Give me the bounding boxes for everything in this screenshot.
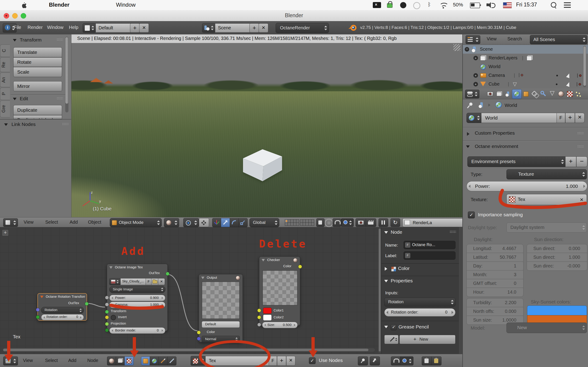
outliner-row-cube[interactable]: + Cube | ▽ xyxy=(463,80,588,89)
tab-render-layers[interactable] xyxy=(494,90,503,98)
tab-scene[interactable] xyxy=(503,90,512,98)
socket-rotation-in[interactable] xyxy=(36,308,40,312)
transform-drag-dots[interactable] xyxy=(57,39,63,41)
properties-panel-title[interactable]: Properties xyxy=(391,278,413,284)
node-image-tex[interactable]: Octane Image Tex OutTex Sky_Cloudy_... F… xyxy=(107,264,168,331)
world-browse-button[interactable] xyxy=(467,113,482,123)
hour-field[interactable]: Hour:14.0 xyxy=(467,288,523,297)
size-field[interactable]: Size:0.500 xyxy=(262,322,298,328)
render-opengl-button[interactable] xyxy=(355,218,366,227)
selectable-cursor-icon[interactable] xyxy=(566,73,571,78)
node-collapse-icon[interactable] xyxy=(40,296,43,298)
link-nodes-panel-title[interactable]: Link Nodes xyxy=(11,122,36,127)
tab-object[interactable] xyxy=(522,90,530,98)
tab-world[interactable] xyxy=(512,89,522,99)
month-field[interactable]: Month:3 xyxy=(467,270,523,279)
scene-browse[interactable] xyxy=(202,23,216,33)
scene-name[interactable]: Scene xyxy=(215,23,250,33)
collapse-icon[interactable]: − xyxy=(465,47,469,52)
transform-panel-title[interactable]: Transform xyxy=(20,37,42,43)
node-panel-collapse-icon[interactable] xyxy=(384,231,388,234)
outliner-row-camera[interactable]: + Camera | xyxy=(463,71,588,80)
timemachine-icon[interactable] xyxy=(413,2,420,9)
tree-type-texture-button[interactable] xyxy=(124,357,134,365)
default-button[interactable]: Default xyxy=(202,321,240,328)
snap-element-button[interactable] xyxy=(341,218,354,227)
sun-direction-y-field[interactable]: Sun direct:1.000 xyxy=(527,253,587,262)
socket-size[interactable] xyxy=(257,323,261,327)
custom-props-drag-dots[interactable] xyxy=(578,132,584,134)
environment-presets-select[interactable]: Environment presets xyxy=(467,156,566,167)
edit-collapse-icon[interactable] xyxy=(13,98,17,100)
model-select[interactable]: New xyxy=(506,323,587,333)
power-slider[interactable]: Power:1.000 xyxy=(467,181,587,191)
pin-icon[interactable] xyxy=(467,102,473,109)
octane-env-drag-dots[interactable] xyxy=(578,145,584,148)
node-editor-type-button[interactable] xyxy=(3,357,18,365)
viewport-menu-select[interactable]: Select xyxy=(45,219,58,225)
texture-type-brush-button[interactable] xyxy=(158,357,168,365)
go-parent-tree-button[interactable] xyxy=(370,357,380,365)
screen-layout-browse[interactable] xyxy=(83,23,96,33)
npanel-rotation-dropdown[interactable]: Rotation xyxy=(384,298,456,307)
node-menu-add[interactable]: Add xyxy=(68,358,77,363)
node-menu-select[interactable]: Select xyxy=(45,358,58,363)
expand-icon[interactable]: + xyxy=(473,82,478,86)
manip-translate-axes-button[interactable] xyxy=(212,218,221,227)
world-add-button[interactable]: + xyxy=(565,113,575,123)
render-layer-select[interactable]: RenderLa xyxy=(402,218,463,227)
outliner-filter-select[interactable]: All Scenes xyxy=(530,35,587,44)
lock-icon[interactable] xyxy=(387,3,393,8)
border-mode-field[interactable]: Border mode:0 xyxy=(109,327,165,334)
node-canvas-vscrollbar[interactable] xyxy=(378,228,381,353)
node-output[interactable]: Output Default Color Normal xyxy=(199,274,243,342)
translate-button[interactable]: Translate xyxy=(13,47,62,57)
grease-new-button[interactable]: +New xyxy=(399,335,456,344)
outliner-scrollbar[interactable] xyxy=(583,46,586,87)
menu-file[interactable]: File xyxy=(14,25,21,30)
preset-remove-button[interactable]: − xyxy=(576,156,587,167)
snap-toggle-button[interactable] xyxy=(391,357,401,365)
shelf-tab-relations[interactable]: Re xyxy=(0,57,10,72)
link-nodes-collapse-icon[interactable] xyxy=(4,123,8,126)
npanel-rotation-order[interactable]: Rotation order:0 xyxy=(384,308,456,317)
copy-nodes-button[interactable] xyxy=(422,357,432,365)
node-collapse-icon[interactable] xyxy=(201,277,204,279)
socket-projection[interactable] xyxy=(105,322,109,326)
octane-environment-title[interactable]: Octane environment xyxy=(475,144,518,149)
grease-panel-collapse-icon[interactable] xyxy=(384,326,388,328)
material-preview-icon[interactable] xyxy=(236,276,240,280)
texture-browse-button[interactable] xyxy=(191,356,206,366)
color-panel-collapse-icon[interactable] xyxy=(385,267,387,271)
snap-toggle-button[interactable] xyxy=(333,218,341,227)
manipulator-toggle[interactable] xyxy=(199,218,209,227)
layers-grid-2[interactable] xyxy=(300,219,314,226)
orientation-select[interactable]: Global xyxy=(250,218,279,227)
snap-element-button[interactable] xyxy=(400,357,414,365)
color2-swatch[interactable] xyxy=(263,315,272,321)
shelf-tab-create[interactable]: C xyxy=(0,44,10,57)
invert-checkbox[interactable] xyxy=(111,315,116,320)
shelf-scrollbar[interactable] xyxy=(65,37,69,112)
window-titlebar[interactable]: Blender xyxy=(0,10,588,21)
material-preview-icon[interactable] xyxy=(293,258,298,263)
duplicate-button[interactable]: Duplicate xyxy=(13,105,62,115)
power-field[interactable]: Power:0.900 xyxy=(109,295,165,301)
menubar-window-menu[interactable]: Window xyxy=(116,2,136,8)
name-field[interactable]: FOctane Ro... xyxy=(404,241,456,249)
viewport-menu-object[interactable]: Object xyxy=(88,219,101,225)
socket-normal[interactable] xyxy=(197,337,201,341)
label-field[interactable]: F xyxy=(404,251,456,260)
expand-icon[interactable]: + xyxy=(473,56,478,60)
socket-transform[interactable] xyxy=(105,310,109,314)
socket-color2[interactable] xyxy=(257,315,261,319)
grease-checkbox[interactable]: ✓ xyxy=(391,324,397,330)
image-name-field[interactable]: Sky_Cloudy_... xyxy=(120,278,146,285)
vpn-icon[interactable] xyxy=(400,2,406,8)
us-flag-icon[interactable] xyxy=(503,2,512,8)
sky-color-swatch[interactable] xyxy=(527,306,587,316)
image-open-button[interactable] xyxy=(151,278,158,285)
tree-type-shader-button[interactable] xyxy=(107,357,116,365)
tab-particles[interactable] xyxy=(574,90,583,98)
world-name-field[interactable]: World xyxy=(481,113,557,123)
